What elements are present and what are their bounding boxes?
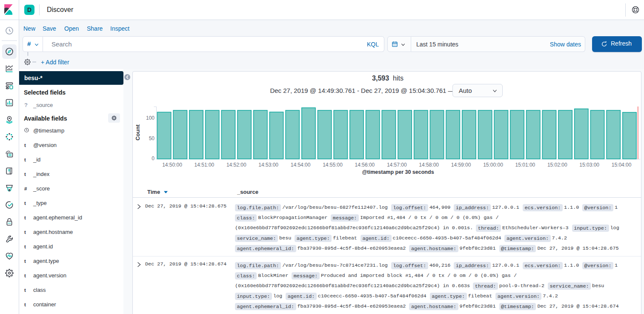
svg-text:15:03:00: 15:03:00	[579, 162, 599, 168]
svg-text:14:55:00: 14:55:00	[323, 162, 343, 168]
svg-text:14:53:00: 14:53:00	[258, 162, 278, 168]
svg-text:Count: Count	[135, 124, 141, 141]
svg-text:14:54:00: 14:54:00	[291, 162, 311, 168]
svg-text:14:56:00: 14:56:00	[355, 162, 375, 168]
svg-text:14:59:00: 14:59:00	[451, 162, 471, 168]
svg-text:14:51:00: 14:51:00	[195, 162, 215, 168]
svg-text:50: 50	[149, 135, 155, 141]
svg-text:0: 0	[152, 156, 155, 161]
svg-text:14:50:00: 14:50:00	[162, 162, 182, 168]
svg-text:15:04:00: 15:04:00	[612, 162, 632, 168]
svg-text:100: 100	[146, 115, 155, 121]
svg-text:15:00:00: 15:00:00	[483, 162, 503, 168]
svg-text:14:52:00: 14:52:00	[226, 162, 246, 168]
svg-text:@timestamp per 30 seconds: @timestamp per 30 seconds	[362, 169, 434, 175]
svg-text:14:58:00: 14:58:00	[419, 162, 439, 168]
svg-text:15:01:00: 15:01:00	[515, 162, 535, 168]
svg-text:14:57:00: 14:57:00	[387, 162, 407, 168]
svg-text:15:02:00: 15:02:00	[547, 162, 567, 168]
